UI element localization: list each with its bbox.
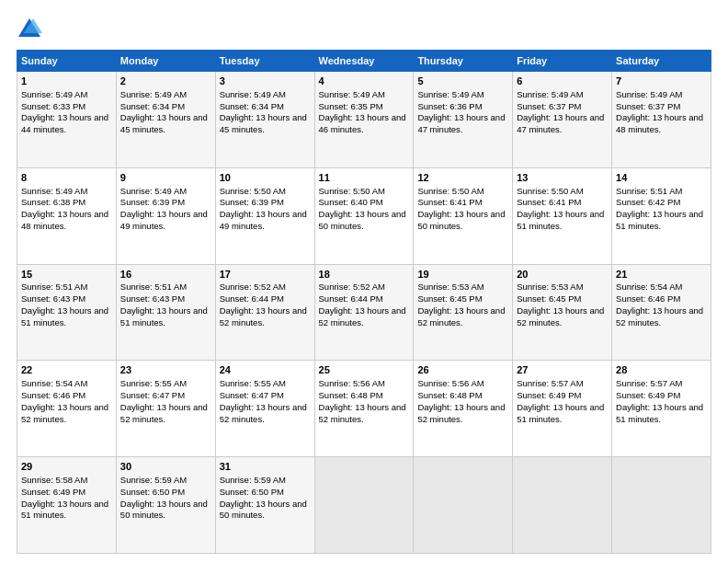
sunrise: Sunrise: 5:54 AM [21, 378, 87, 388]
day-number: 27 [517, 363, 608, 377]
sunset: Sunset: 6:46 PM [21, 390, 85, 400]
calendar-cell: 21Sunrise: 5:54 AMSunset: 6:46 PMDayligh… [612, 264, 711, 361]
day-number: 22 [21, 363, 112, 377]
sunset: Sunset: 6:45 PM [417, 293, 482, 304]
calendar-cell: 22Sunrise: 5:54 AMSunset: 6:46 PMDayligh… [17, 361, 117, 457]
sunset: Sunset: 6:44 PM [220, 293, 284, 304]
calendar-cell [513, 457, 612, 554]
calendar-cell: 9Sunrise: 5:49 AMSunset: 6:39 PMDaylight… [116, 167, 215, 264]
sunrise: Sunrise: 5:49 AM [616, 89, 682, 99]
col-header-saturday: Saturday [612, 51, 711, 72]
calendar-cell: 10Sunrise: 5:50 AMSunset: 6:39 PMDayligh… [215, 167, 314, 264]
daylight: Daylight: 13 hours and 52 minutes. [220, 305, 307, 327]
sunset: Sunset: 6:50 PM [220, 487, 284, 497]
daylight: Daylight: 13 hours and 50 minutes. [220, 499, 307, 521]
sunset: Sunset: 6:44 PM [319, 293, 383, 304]
sunrise: Sunrise: 5:59 AM [120, 475, 187, 485]
daylight: Daylight: 13 hours and 48 minutes. [21, 209, 108, 231]
daylight: Daylight: 13 hours and 51 minutes. [120, 305, 208, 327]
sunrise: Sunrise: 5:50 AM [417, 186, 483, 196]
calendar-cell: 2Sunrise: 5:49 AMSunset: 6:34 PMDaylight… [116, 72, 215, 168]
calendar-cell: 12Sunrise: 5:50 AMSunset: 6:41 PMDayligh… [414, 167, 513, 264]
day-number: 20 [517, 268, 608, 282]
calendar-week-row: 1Sunrise: 5:49 AMSunset: 6:33 PMDaylight… [17, 72, 711, 168]
calendar-cell: 31Sunrise: 5:59 AMSunset: 6:50 PMDayligh… [215, 457, 314, 554]
sunrise: Sunrise: 5:49 AM [21, 186, 87, 196]
sunset: Sunset: 6:48 PM [417, 390, 482, 400]
calendar-cell: 25Sunrise: 5:56 AMSunset: 6:48 PMDayligh… [314, 361, 414, 457]
day-number: 2 [120, 75, 211, 88]
calendar-cell: 8Sunrise: 5:49 AMSunset: 6:38 PMDaylight… [17, 167, 117, 264]
calendar-cell: 15Sunrise: 5:51 AMSunset: 6:43 PMDayligh… [17, 264, 117, 361]
sunrise: Sunrise: 5:53 AM [517, 282, 583, 292]
header [17, 17, 711, 42]
calendar-cell: 28Sunrise: 5:57 AMSunset: 6:49 PMDayligh… [612, 361, 711, 457]
day-number: 5 [417, 75, 508, 88]
day-number: 3 [220, 75, 311, 88]
daylight: Daylight: 13 hours and 50 minutes. [417, 209, 505, 231]
sunset: Sunset: 6:46 PM [616, 293, 680, 304]
calendar-cell [612, 457, 711, 554]
page: SundayMondayTuesdayWednesdayThursdayFrid… [0, 0, 728, 563]
calendar-cell: 4Sunrise: 5:49 AMSunset: 6:35 PMDaylight… [314, 72, 414, 168]
day-number: 8 [21, 171, 112, 185]
sunset: Sunset: 6:39 PM [220, 197, 284, 207]
sunset: Sunset: 6:50 PM [120, 487, 185, 497]
sunrise: Sunrise: 5:58 AM [21, 475, 87, 485]
calendar-cell: 29Sunrise: 5:58 AMSunset: 6:49 PMDayligh… [17, 457, 117, 554]
sunrise: Sunrise: 5:51 AM [616, 186, 682, 196]
calendar-cell: 30Sunrise: 5:59 AMSunset: 6:50 PMDayligh… [116, 457, 215, 554]
sunrise: Sunrise: 5:49 AM [21, 89, 87, 99]
calendar-cell: 26Sunrise: 5:56 AMSunset: 6:48 PMDayligh… [414, 361, 513, 457]
sunset: Sunset: 6:41 PM [517, 197, 581, 207]
col-header-sunday: Sunday [17, 51, 117, 72]
day-number: 19 [417, 268, 508, 282]
daylight: Daylight: 13 hours and 45 minutes. [120, 112, 208, 134]
sunrise: Sunrise: 5:55 AM [220, 378, 286, 388]
daylight: Daylight: 13 hours and 52 minutes. [417, 305, 505, 327]
calendar-cell: 16Sunrise: 5:51 AMSunset: 6:43 PMDayligh… [116, 264, 215, 361]
day-number: 13 [517, 171, 608, 185]
sunset: Sunset: 6:45 PM [517, 293, 581, 304]
sunrise: Sunrise: 5:52 AM [220, 282, 286, 292]
sunset: Sunset: 6:34 PM [220, 101, 284, 111]
sunrise: Sunrise: 5:49 AM [120, 89, 187, 99]
sunset: Sunset: 6:42 PM [616, 197, 680, 207]
col-header-thursday: Thursday [414, 51, 513, 72]
day-number: 21 [616, 268, 707, 282]
daylight: Daylight: 13 hours and 52 minutes. [616, 305, 703, 327]
daylight: Daylight: 13 hours and 51 minutes. [21, 499, 108, 521]
sunrise: Sunrise: 5:57 AM [616, 378, 682, 388]
daylight: Daylight: 13 hours and 52 minutes. [21, 402, 108, 424]
daylight: Daylight: 13 hours and 48 minutes. [616, 112, 703, 134]
sunset: Sunset: 6:48 PM [319, 390, 383, 400]
daylight: Daylight: 13 hours and 52 minutes. [319, 305, 406, 327]
sunrise: Sunrise: 5:54 AM [616, 282, 682, 292]
sunset: Sunset: 6:49 PM [517, 390, 581, 400]
sunset: Sunset: 6:49 PM [21, 487, 85, 497]
day-number: 10 [220, 171, 311, 185]
daylight: Daylight: 13 hours and 50 minutes. [120, 499, 208, 521]
sunset: Sunset: 6:39 PM [120, 197, 185, 207]
sunrise: Sunrise: 5:49 AM [517, 89, 583, 99]
daylight: Daylight: 13 hours and 52 minutes. [319, 402, 406, 424]
daylight: Daylight: 13 hours and 52 minutes. [220, 402, 307, 424]
sunrise: Sunrise: 5:50 AM [220, 186, 286, 196]
day-number: 18 [319, 268, 410, 282]
col-header-wednesday: Wednesday [314, 51, 414, 72]
daylight: Daylight: 13 hours and 51 minutes. [517, 402, 604, 424]
daylight: Daylight: 13 hours and 51 minutes. [616, 209, 703, 231]
daylight: Daylight: 13 hours and 46 minutes. [319, 112, 406, 134]
calendar-header-row: SundayMondayTuesdayWednesdayThursdayFrid… [17, 51, 711, 72]
calendar-cell: 7Sunrise: 5:49 AMSunset: 6:37 PMDaylight… [612, 72, 711, 168]
calendar-cell: 5Sunrise: 5:49 AMSunset: 6:36 PMDaylight… [414, 72, 513, 168]
sunset: Sunset: 6:36 PM [417, 101, 482, 111]
sunset: Sunset: 6:47 PM [220, 390, 284, 400]
daylight: Daylight: 13 hours and 47 minutes. [517, 112, 604, 134]
sunset: Sunset: 6:35 PM [319, 101, 383, 111]
col-header-monday: Monday [116, 51, 215, 72]
calendar-cell: 14Sunrise: 5:51 AMSunset: 6:42 PMDayligh… [612, 167, 711, 264]
calendar-table: SundayMondayTuesdayWednesdayThursdayFrid… [17, 50, 711, 554]
sunrise: Sunrise: 5:50 AM [517, 186, 583, 196]
day-number: 15 [21, 268, 112, 282]
